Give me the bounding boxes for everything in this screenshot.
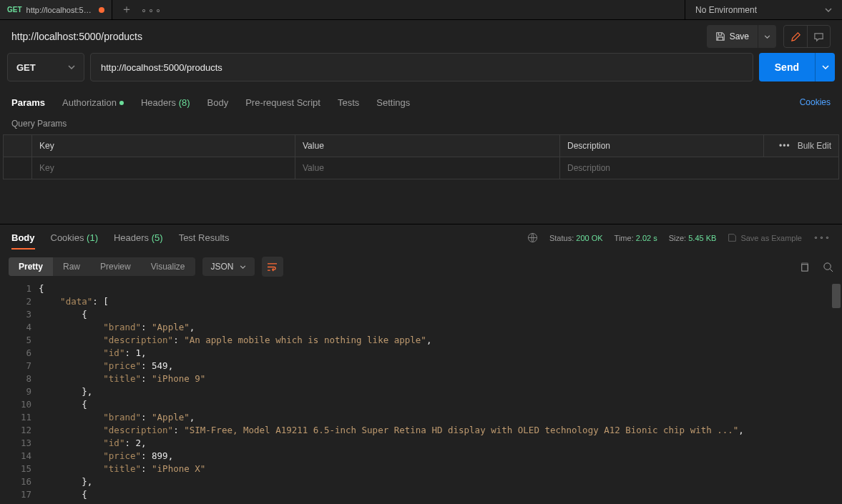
more-options-button[interactable]: ••• xyxy=(779,141,790,151)
time-meta: Time: 2.02 s xyxy=(615,234,657,242)
headers-count-badge: (8) xyxy=(179,97,190,108)
save-label: Save xyxy=(730,31,749,41)
view-preview[interactable]: Preview xyxy=(90,257,141,276)
tab-params[interactable]: Params xyxy=(11,97,45,108)
resp-tab-headers-label: Headers xyxy=(114,232,149,243)
search-icon xyxy=(823,262,833,272)
response-code: { "data": [ { "brand": "Apple", "descrip… xyxy=(39,282,842,499)
param-description-input[interactable] xyxy=(567,163,831,173)
resp-cookies-count: (1) xyxy=(87,232,98,243)
search-button[interactable] xyxy=(823,262,833,272)
line-number-gutter: 1234567891011121314151617 xyxy=(0,282,39,499)
chevron-down-icon xyxy=(68,65,75,69)
view-mode-segment: Pretty Raw Preview Visualize xyxy=(9,257,195,276)
bulk-edit-button[interactable]: Bulk Edit xyxy=(798,141,831,151)
comment-icon xyxy=(813,31,824,42)
tab-authorization[interactable]: Authorization xyxy=(62,97,124,108)
description-column-header: Description xyxy=(560,135,764,157)
url-input[interactable] xyxy=(90,53,753,81)
copy-icon xyxy=(799,262,810,272)
svg-rect-1 xyxy=(802,264,808,270)
view-visualize[interactable]: Visualize xyxy=(141,257,195,276)
save-dropdown[interactable] xyxy=(758,25,776,48)
request-tab[interactable]: GET http://localhost:5000/p xyxy=(0,0,112,19)
resp-tab-body[interactable]: Body xyxy=(11,232,35,249)
comment-button[interactable] xyxy=(807,26,830,47)
tab-prerequest[interactable]: Pre-request Script xyxy=(245,97,320,108)
resp-tab-headers[interactable]: Headers (5) xyxy=(114,232,163,243)
tab-method-badge: GET xyxy=(7,6,22,14)
drag-column-header xyxy=(4,135,32,157)
save-button[interactable]: Save xyxy=(707,25,758,48)
send-dropdown[interactable] xyxy=(815,53,835,81)
save-icon xyxy=(728,233,737,242)
resp-headers-count: (5) xyxy=(152,232,163,243)
resp-tab-cookies[interactable]: Cookies (1) xyxy=(51,232,98,243)
more-button[interactable]: ∘∘∘ xyxy=(813,233,831,242)
chevron-down-icon xyxy=(240,265,246,269)
tab-headers[interactable]: Headers (8) xyxy=(141,97,190,108)
new-tab-button[interactable]: ＋ xyxy=(121,2,132,17)
key-column-header: Key xyxy=(32,135,295,157)
auth-active-dot-icon xyxy=(119,101,124,105)
resp-tab-cookies-label: Cookies xyxy=(51,232,84,243)
environment-label: No Environment xyxy=(695,5,757,15)
tab-settings[interactable]: Settings xyxy=(376,97,410,108)
save-as-example-button[interactable]: Save as Example xyxy=(728,233,802,242)
chevron-down-icon xyxy=(764,35,770,39)
size-meta: Size: 5.45 KB xyxy=(669,234,717,242)
save-icon xyxy=(715,31,725,41)
cookies-link[interactable]: Cookies xyxy=(800,97,831,107)
request-title[interactable]: http://localhost:5000/products xyxy=(11,31,700,42)
method-select[interactable]: GET xyxy=(7,53,84,81)
globe-icon[interactable] xyxy=(527,232,538,243)
svg-point-2 xyxy=(824,262,831,269)
copy-button[interactable] xyxy=(799,262,810,272)
chevron-down-icon xyxy=(822,65,829,69)
view-raw[interactable]: Raw xyxy=(53,257,90,276)
pencil-icon xyxy=(790,31,801,42)
unsaved-dot-icon xyxy=(99,7,104,13)
status-meta: Status: 200 OK xyxy=(549,234,603,242)
param-key-input[interactable] xyxy=(39,163,288,173)
format-select-value: JSON xyxy=(211,262,234,272)
wrap-lines-button[interactable] xyxy=(262,257,283,277)
query-params-heading: Query Params xyxy=(0,114,842,134)
response-body-viewer[interactable]: 1234567891011121314151617 { "data": [ { … xyxy=(0,282,842,499)
format-select[interactable]: JSON xyxy=(202,257,255,276)
chevron-down-icon xyxy=(825,8,832,12)
param-value-input[interactable] xyxy=(303,163,552,173)
query-params-table: Key Value Description ••• Bulk Edit xyxy=(3,134,839,179)
environment-select[interactable]: No Environment xyxy=(685,0,842,19)
table-row[interactable] xyxy=(4,157,839,179)
save-example-label: Save as Example xyxy=(740,234,802,242)
send-button[interactable]: Send xyxy=(759,53,815,81)
tab-options-button[interactable]: ∘∘∘ xyxy=(141,4,162,15)
tab-body[interactable]: Body xyxy=(207,97,229,108)
value-column-header: Value xyxy=(295,135,560,157)
view-pretty[interactable]: Pretty xyxy=(9,257,53,276)
table-actions-header: ••• Bulk Edit xyxy=(764,135,839,157)
wrap-icon xyxy=(267,262,278,272)
tab-headers-label: Headers xyxy=(141,97,176,108)
edit-button[interactable] xyxy=(784,26,807,47)
tab-authorization-label: Authorization xyxy=(62,97,117,108)
method-select-value: GET xyxy=(16,62,36,73)
tab-tests[interactable]: Tests xyxy=(338,97,359,108)
resp-tab-test-results[interactable]: Test Results xyxy=(179,232,230,243)
scrollbar-thumb[interactable] xyxy=(832,284,841,308)
tab-title: http://localhost:5000/p xyxy=(26,6,94,14)
